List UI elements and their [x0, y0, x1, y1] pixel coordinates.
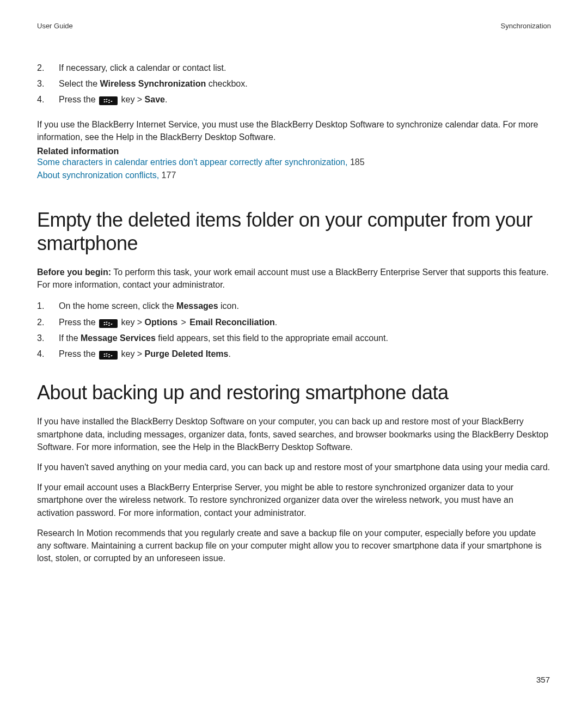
before-you-begin-paragraph: Before you begin: To perform this task, …	[37, 266, 551, 291]
svg-point-0	[103, 99, 105, 101]
related-link-page: 185	[350, 157, 365, 167]
related-link-page: 177	[162, 171, 176, 180]
step-number: 2.	[37, 315, 59, 330]
svg-point-16	[103, 356, 105, 357]
step-text: On the home screen, click the Messages i…	[59, 299, 239, 313]
svg-point-7	[103, 321, 105, 323]
step-item: 2. If necessary, click a calendar or con…	[37, 60, 551, 75]
step-item: 2. Press the key > Options > Email Recon…	[37, 315, 551, 330]
blackberry-key-icon	[99, 96, 118, 105]
step-item: 3. Select the Wireless Synchronization c…	[37, 76, 551, 91]
section-title-backup: About backing up and restoring smartphon…	[37, 381, 551, 404]
related-info-heading: Related information	[37, 147, 551, 156]
text-run: icon.	[218, 301, 239, 311]
page-header: User Guide Synchronization	[37, 22, 551, 30]
text-run: Press the	[59, 95, 98, 104]
step-number: 4.	[37, 92, 59, 107]
svg-point-5	[108, 102, 110, 104]
step-item: 1. On the home screen, click the Message…	[37, 299, 551, 313]
bold-text: Wireless Synchronization	[100, 79, 206, 88]
section2-steps-list: 1. On the home screen, click the Message…	[37, 299, 551, 361]
blackberry-key-icon	[99, 319, 118, 328]
text-run: .	[165, 95, 167, 104]
svg-point-2	[103, 101, 105, 103]
bold-text: Email Reconciliation	[189, 318, 274, 327]
svg-point-12	[108, 324, 110, 326]
text-run: >	[177, 318, 189, 327]
related-link-row: About synchronization conflicts, 177	[37, 169, 551, 181]
text-run: On the home screen, click the	[59, 301, 176, 311]
step-number: 3.	[37, 331, 59, 345]
bold-text: Save	[145, 95, 165, 104]
svg-point-14	[103, 354, 105, 355]
step-text: If necessary, click a calendar or contac…	[59, 60, 226, 75]
text-run: key >	[119, 318, 145, 327]
step-text: Press the key > Save.	[59, 92, 167, 107]
text-run: key >	[119, 349, 145, 358]
step-number: 1.	[37, 299, 59, 313]
header-left: User Guide	[37, 22, 73, 30]
bold-text: Messages	[176, 301, 218, 311]
text-run: To perform this task, your work email ac…	[37, 267, 549, 289]
svg-point-4	[108, 100, 110, 101]
body-paragraph: If you haven't saved anything on your me…	[37, 461, 551, 473]
svg-point-8	[106, 321, 107, 323]
header-right: Synchronization	[501, 22, 552, 30]
svg-point-20	[111, 355, 112, 357]
bold-text: Options	[145, 318, 177, 327]
step-number: 3.	[37, 76, 59, 91]
step-item: 4. Press the key > Save.	[37, 92, 551, 107]
svg-point-9	[103, 324, 105, 325]
related-link-row: Some characters in calendar entries don'…	[37, 156, 551, 168]
page-number: 357	[536, 675, 550, 684]
related-link[interactable]: Some characters in calendar entries don'…	[37, 157, 347, 167]
svg-point-10	[106, 324, 107, 325]
bold-text: Message Services	[81, 333, 156, 343]
svg-point-6	[111, 101, 112, 102]
text-run: field appears, set this field to the app…	[156, 333, 388, 343]
body-paragraph: If you have installed the BlackBerry Des…	[37, 415, 551, 453]
text-run: If the	[59, 333, 81, 343]
related-link[interactable]: About synchronization conflicts,	[37, 171, 159, 180]
body-paragraph: Research In Motion recommends that you r…	[37, 527, 551, 565]
text-run: checkbox.	[206, 79, 247, 88]
text-run: Select the	[59, 79, 100, 88]
step-item: 4. Press the key > Purge Deleted Items.	[37, 346, 551, 361]
svg-point-13	[111, 323, 112, 325]
before-you-begin-label: Before you begin:	[37, 267, 111, 277]
blackberry-key-icon	[99, 351, 118, 360]
body-paragraph: If your email account uses a BlackBerry …	[37, 481, 551, 519]
step-item: 3. If the Message Services field appears…	[37, 331, 551, 345]
svg-point-18	[108, 354, 110, 356]
svg-point-15	[106, 353, 107, 355]
text-run: Press the	[59, 349, 98, 358]
section-title-empty-deleted: Empty the deleted items folder on your c…	[37, 208, 551, 255]
svg-point-11	[108, 322, 110, 324]
top-steps-list: 2. If necessary, click a calendar or con…	[37, 60, 551, 107]
text-run: .	[275, 318, 277, 327]
bold-text: Purge Deleted Items	[145, 349, 229, 358]
step-text: Press the key > Options > Email Reconcil…	[59, 315, 277, 330]
step-number: 2.	[37, 60, 59, 75]
svg-point-1	[106, 99, 107, 101]
text-run: Press the	[59, 318, 98, 327]
svg-point-19	[108, 356, 110, 358]
step-text: Select the Wireless Synchronization chec…	[59, 76, 248, 91]
text-run: .	[228, 349, 230, 358]
svg-point-3	[106, 101, 107, 103]
step-text: If the Message Services field appears, s…	[59, 331, 388, 345]
step-number: 4.	[37, 346, 59, 361]
body-paragraph: If you use the BlackBerry Internet Servi…	[37, 118, 551, 143]
svg-point-17	[106, 355, 107, 357]
text-run: key >	[119, 95, 145, 104]
step-text: Press the key > Purge Deleted Items.	[59, 346, 231, 361]
